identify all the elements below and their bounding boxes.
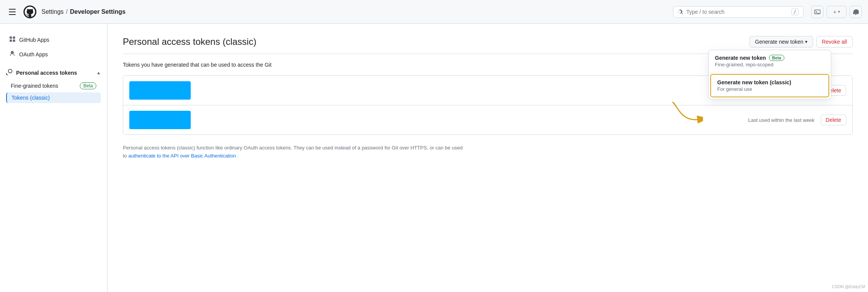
breadcrumb-settings[interactable]: Settings bbox=[41, 8, 64, 15]
breadcrumb: Settings / Developer Settings bbox=[41, 8, 125, 15]
tokens-classic-label: Tokens (classic) bbox=[12, 95, 50, 101]
fine-grained-tokens-label: Fine-grained tokens bbox=[11, 83, 58, 89]
footer-text: Personal access tokens (classic) functio… bbox=[123, 144, 468, 160]
delete-label-2: Delete bbox=[826, 117, 841, 123]
grid-icon bbox=[9, 36, 15, 44]
token-row-right-2: Last used within the last week Delete bbox=[748, 115, 846, 125]
dropdown-item-classic[interactable]: Generate new token (classic) For general… bbox=[710, 74, 829, 97]
hamburger-button[interactable] bbox=[6, 6, 18, 18]
chevron-down-icon: ▾ bbox=[838, 10, 840, 14]
dropdown-item-fine-grained[interactable]: Generate new token Beta Fine-grained, re… bbox=[709, 50, 831, 72]
sidebar-item-fine-grained-tokens[interactable]: Fine-grained tokens Beta bbox=[6, 80, 101, 92]
main-layout: GitHub Apps OAuth Apps Personal access t… bbox=[0, 24, 868, 292]
plus-icon: + bbox=[833, 9, 836, 15]
notifications-button[interactable] bbox=[850, 6, 862, 18]
token-color-indicator-1 bbox=[129, 81, 191, 100]
footer-auth-link[interactable]: authenticate to the API over Basic Authe… bbox=[128, 153, 236, 159]
sidebar-item-oauth-apps-label: OAuth Apps bbox=[19, 51, 48, 57]
dropdown-beta-badge: Beta bbox=[769, 55, 784, 61]
watermark: CSDN @EddyClif bbox=[832, 284, 865, 289]
page-header: Personal access tokens (classic) Generat… bbox=[123, 36, 853, 48]
personal-access-tokens-label: Personal access tokens bbox=[16, 70, 77, 76]
page-header-actions: Generate new token ▾ Revoke all bbox=[749, 36, 853, 48]
breadcrumb-separator: / bbox=[66, 8, 68, 15]
terminal-button[interactable] bbox=[811, 6, 823, 18]
search-icon bbox=[678, 9, 683, 15]
dropdown-menu: Generate new token Beta Fine-grained, re… bbox=[708, 50, 831, 99]
page-title: Personal access tokens (classic) bbox=[123, 36, 256, 47]
sidebar-item-github-apps-label: GitHub Apps bbox=[19, 37, 50, 43]
sidebar-item-oauth-apps[interactable]: OAuth Apps bbox=[3, 48, 104, 61]
main-content: Personal access tokens (classic) Generat… bbox=[107, 24, 868, 292]
generate-new-token-button[interactable]: Generate new token ▾ bbox=[749, 36, 813, 48]
sidebar-section-personal-tokens: Personal access tokens ▲ Fine-grained to… bbox=[0, 64, 107, 105]
dropdown-container: Generate new token Beta Fine-grained, re… bbox=[708, 50, 831, 99]
search-input[interactable] bbox=[686, 9, 788, 15]
sidebar: GitHub Apps OAuth Apps Personal access t… bbox=[0, 24, 107, 292]
new-button[interactable]: + ▾ bbox=[827, 6, 847, 18]
search-slash-key: / bbox=[791, 8, 799, 15]
search-box[interactable]: / bbox=[673, 6, 804, 18]
dropdown-item-1-title: Generate new token Beta bbox=[715, 55, 825, 61]
token-color-indicator-2 bbox=[129, 111, 191, 129]
token-name-block-1 bbox=[129, 81, 191, 100]
key-icon bbox=[6, 69, 12, 76]
revoke-all-label: Revoke all bbox=[822, 39, 847, 45]
chevron-up-icon: ▲ bbox=[96, 70, 101, 75]
person-icon bbox=[9, 51, 15, 58]
sidebar-personal-access-tokens-header[interactable]: Personal access tokens ▲ bbox=[6, 66, 101, 79]
dropdown-item-2-title: Generate new token (classic) bbox=[717, 79, 822, 85]
generate-new-token-label: Generate new token bbox=[755, 39, 804, 45]
revoke-all-button[interactable]: Revoke all bbox=[816, 36, 853, 48]
topnav: Settings / Developer Settings / + ▾ bbox=[0, 0, 868, 24]
table-row: Last used within the last week Delete bbox=[123, 105, 852, 135]
sidebar-item-github-apps[interactable]: GitHub Apps bbox=[3, 33, 104, 47]
beta-badge-fine-grained: Beta bbox=[80, 82, 96, 89]
topnav-actions: + ▾ bbox=[811, 6, 862, 18]
dropdown-item-1-desc: Fine-grained, repo-scoped bbox=[715, 62, 825, 67]
dropdown-item-2-desc: For general use bbox=[717, 86, 822, 92]
github-logo bbox=[23, 5, 37, 19]
delete-button-2[interactable]: Delete bbox=[821, 115, 846, 125]
footer-text-part2: . bbox=[238, 153, 239, 159]
token-name-block-2 bbox=[129, 111, 191, 129]
sidebar-item-tokens-classic[interactable]: Tokens (classic) bbox=[6, 92, 101, 103]
token-last-used-2: Last used within the last week bbox=[748, 117, 815, 123]
breadcrumb-current: Developer Settings bbox=[70, 8, 125, 15]
chevron-down-btn-icon: ▾ bbox=[805, 39, 807, 44]
